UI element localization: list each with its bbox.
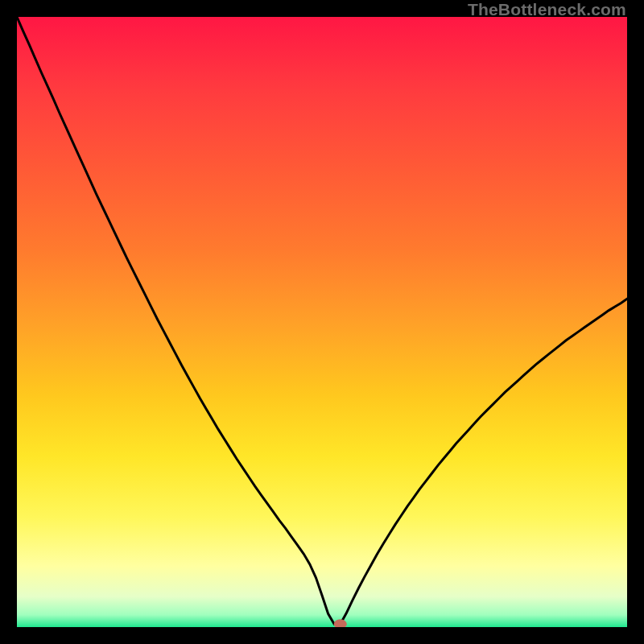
gradient-background [17,17,627,627]
chart-container: TheBottleneck.com [0,0,644,644]
chart-plot [17,17,627,627]
